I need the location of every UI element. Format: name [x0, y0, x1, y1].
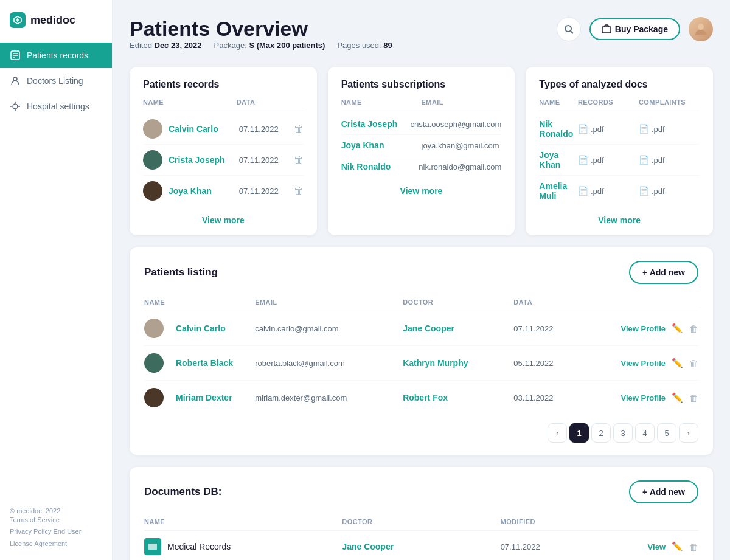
- listing-doctor[interactable]: Kathryn Murphy: [403, 358, 513, 368]
- user-avatar[interactable]: [689, 17, 713, 41]
- type-name[interactable]: Nik Ronaldo: [539, 119, 578, 139]
- documents-db-rows: Medical RecordsJane Cooper07.11.2022View…: [144, 531, 698, 560]
- patients-add-new-button[interactable]: + Add new: [629, 261, 698, 284]
- patient-name[interactable]: Joya Khan: [169, 186, 239, 196]
- types-headers: NAME RECORDS COMPLAINTS: [539, 99, 700, 111]
- delete-doc-button[interactable]: 🗑: [689, 542, 698, 552]
- listing-patient-name[interactable]: Roberta Black: [176, 358, 233, 368]
- subscription-name[interactable]: Joya Khan: [341, 140, 422, 150]
- sidebar-item-hospital-label: Hospital settings: [27, 102, 89, 111]
- view-profile-link[interactable]: View Profile: [621, 359, 666, 368]
- type-records: 📄 .pdf: [578, 155, 639, 165]
- svg-line-7: [571, 31, 573, 33]
- types-viewmore-link[interactable]: View more: [598, 215, 641, 225]
- patient-date: 07.11.2022: [239, 156, 294, 165]
- pagination-page-2[interactable]: 2: [591, 423, 611, 443]
- view-profile-link[interactable]: View Profile: [621, 393, 666, 403]
- terms-link[interactable]: Terms of Service: [10, 514, 102, 527]
- edit-patient-button[interactable]: ✏️: [672, 323, 683, 334]
- listing-patient-name[interactable]: Calvin Carlo: [176, 323, 226, 333]
- patients-records-list: Calvin Carlo07.11.2022🗑Crista Joseph07.1…: [143, 114, 304, 206]
- listing-actions: View Profile✏️🗑: [588, 392, 698, 403]
- delete-listing-button[interactable]: 🗑: [689, 393, 698, 403]
- edit-patient-button[interactable]: ✏️: [672, 358, 683, 368]
- patients-listing-table-header: NAME EMAIL DOCTOR DATA: [144, 294, 698, 311]
- patient-name[interactable]: Calvin Carlo: [169, 124, 239, 134]
- svg-point-9: [698, 24, 704, 30]
- table-row: Calvin Carlocalvin.carlo@gmail.comJane C…: [144, 311, 698, 346]
- subscriptions-viewmore: View more: [341, 185, 502, 196]
- patient-avatar: [143, 119, 162, 139]
- type-name[interactable]: Amelia Muli: [539, 181, 578, 201]
- sidebar-item-doctors[interactable]: Doctors Listing: [0, 68, 112, 94]
- view-profile-link[interactable]: View Profile: [621, 324, 666, 333]
- types-list: Nik Ronaldo📄 .pdf📄 .pdfJoya Khan📄 .pdf📄 …: [539, 114, 700, 206]
- listing-actions: View Profile✏️🗑: [588, 358, 698, 368]
- patient-avatar: [144, 388, 164, 407]
- delete-patient-button[interactable]: 🗑: [294, 185, 304, 196]
- edit-patient-button[interactable]: ✏️: [672, 392, 683, 403]
- listing-doctor[interactable]: Jane Cooper: [403, 323, 513, 333]
- subscriptions-title: Patients subscriptions: [341, 79, 502, 90]
- search-button[interactable]: [557, 17, 581, 41]
- sidebar-item-hospital[interactable]: Hospital settings: [0, 94, 112, 119]
- td-name: Roberta Black: [144, 353, 255, 373]
- svg-point-6: [565, 26, 571, 32]
- patients-listing-header: Patients listing + Add new: [144, 261, 698, 284]
- license-link[interactable]: License Agreement: [10, 538, 102, 550]
- delete-patient-button[interactable]: 🗑: [294, 123, 304, 134]
- documents-db-title: Documents DB:: [144, 486, 222, 498]
- view-doc-link[interactable]: View: [648, 542, 666, 551]
- buy-package-button[interactable]: Buy Package: [589, 18, 680, 40]
- listing-patient-name[interactable]: Miriam Dexter: [176, 393, 232, 403]
- patient-name[interactable]: Crista Joseph: [169, 155, 239, 165]
- listing-date: 05.11.2022: [513, 359, 587, 368]
- subscription-name[interactable]: Crista Joseph: [341, 119, 411, 129]
- privacy-link[interactable]: Privacy Policy End User: [10, 526, 102, 538]
- pagination-page-3[interactable]: 3: [613, 423, 633, 443]
- subscriptions-viewmore-link[interactable]: View more: [400, 186, 443, 196]
- doc-name-text: Medical Records: [167, 542, 231, 551]
- sidebar: medidoc Patients records Doctors Listing…: [0, 0, 113, 560]
- listing-date: 07.11.2022: [513, 324, 587, 333]
- documents-add-new-button[interactable]: + Add new: [629, 480, 698, 503]
- documents-db-table-header: NAME DOCTOR MODIFIED: [144, 513, 698, 531]
- patients-records-row: Crista Joseph07.11.2022🗑: [143, 145, 304, 176]
- pagination-next[interactable]: ›: [679, 423, 698, 443]
- patients-records-viewmore-link[interactable]: View more: [202, 215, 245, 225]
- delete-patient-button[interactable]: 🗑: [294, 154, 304, 165]
- edited-label: Edited Dec 23, 2022: [130, 41, 202, 50]
- patients-listing-pagination: ‹12345›: [144, 415, 698, 443]
- header-actions: Buy Package: [557, 17, 713, 41]
- table-row: Roberta Blackroberta.black@gmail.comKath…: [144, 346, 698, 381]
- pagination-prev[interactable]: ‹: [548, 423, 567, 443]
- subscription-row: Joya Khanjoya.khan@gmail.com: [341, 135, 502, 156]
- documents-db-header: Documents DB: + Add new: [144, 480, 698, 503]
- page-header: Patients Overview Edited Dec 23, 2022 Pa…: [130, 17, 713, 63]
- patients-records-title: Patients records: [143, 79, 304, 90]
- patients-records-row: Calvin Carlo07.11.2022🗑: [143, 114, 304, 145]
- type-name[interactable]: Joya Khan: [539, 150, 578, 170]
- type-complaints: 📄 .pdf: [639, 186, 700, 196]
- delete-listing-button[interactable]: 🗑: [689, 323, 698, 334]
- subscription-email: joya.khan@gmail.com: [422, 141, 502, 150]
- subscription-name[interactable]: Nik Ronaldo: [341, 162, 419, 171]
- patients-records-headers: NAME DATA: [143, 99, 304, 111]
- subscription-email: crista.ooseph@gmail.com: [411, 120, 502, 129]
- delete-listing-button[interactable]: 🗑: [689, 358, 698, 368]
- patients-listing-rows: Calvin Carlocalvin.carlo@gmail.comJane C…: [144, 311, 698, 415]
- patient-date: 07.11.2022: [239, 187, 294, 196]
- sidebar-item-patients[interactable]: Patients records: [0, 43, 112, 68]
- pagination-page-5[interactable]: 5: [657, 423, 676, 443]
- listing-email: miriam.dexter@gmail.com: [255, 393, 403, 403]
- svg-rect-8: [602, 27, 611, 33]
- listing-doctor[interactable]: Robert Fox: [403, 393, 513, 403]
- patient-date: 07.11.2022: [239, 125, 294, 134]
- types-card: Types of analyzed docs NAME RECORDS COMP…: [526, 67, 713, 235]
- logo[interactable]: medidoc: [0, 0, 112, 43]
- app-name: medidoc: [30, 14, 75, 27]
- doc-doctor[interactable]: Jane Cooper: [342, 542, 500, 551]
- edit-doc-button[interactable]: ✏️: [672, 541, 683, 552]
- pagination-page-4[interactable]: 4: [635, 423, 655, 443]
- pagination-page-1[interactable]: 1: [569, 423, 589, 443]
